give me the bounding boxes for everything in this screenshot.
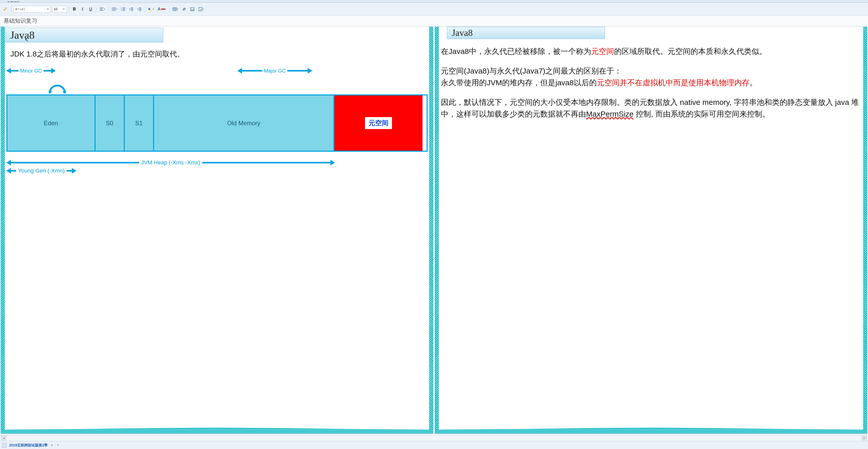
- font-color-button[interactable]: A ▾: [157, 6, 167, 12]
- chevron-down-icon: ▾: [177, 8, 178, 10]
- paragraph-2: 元空间(Java8)与永久代(Java7)之间最大的区别在于： 永久带使用的JV…: [441, 65, 861, 89]
- underline-button[interactable]: U: [87, 6, 94, 12]
- decorative-stripe: [1, 427, 433, 434]
- format-painter-button[interactable]: [2, 6, 9, 12]
- bottom-labels: JVM Heap (-Xms -Xmx) Young Gen (-Xmn): [6, 159, 428, 174]
- minor-gc-label: Minor GC: [19, 68, 43, 74]
- indent-button[interactable]: [136, 6, 143, 12]
- footer-tab-bar: 2019互联网面试题第2季 ⬈ ✕: [0, 441, 868, 449]
- decorative-stripe: [435, 27, 439, 434]
- svg-point-29: [191, 8, 192, 9]
- document-title-bar: 基础知识复习: [0, 16, 868, 26]
- svg-rect-19: [139, 9, 142, 9]
- align-button[interactable]: ▾: [98, 6, 106, 12]
- toolbar-separator: [96, 6, 96, 13]
- font-size-value: 10: [54, 7, 57, 11]
- old-memory-cell: Old Memory: [154, 95, 334, 151]
- s0-cell: S0: [95, 95, 125, 151]
- page-left: Java8 ↖ JDK 1.8之后将最初的永久代取消了，由元空间取代。 Mino…: [1, 27, 433, 434]
- svg-rect-13: [123, 9, 125, 9]
- svg-rect-16: [131, 9, 133, 9]
- window-title-bar: » 主题编辑: [0, 0, 868, 3]
- svg-rect-23: [173, 8, 177, 11]
- scroll-right-button[interactable]: ▸: [862, 436, 866, 440]
- svg-rect-8: [113, 10, 116, 11]
- jvm-heap-label: JVM Heap (-Xms -Xmx): [139, 159, 202, 166]
- decorative-stripe: [1, 27, 5, 434]
- intro-text: JDK 1.8之后将最初的永久代取消了，由元空间取代。: [5, 47, 429, 64]
- font-family-select[interactable]: Arial ▼: [13, 6, 51, 12]
- heading-text: Java8: [452, 28, 473, 38]
- svg-rect-7: [113, 9, 116, 9]
- curve-arrows-icon: [44, 79, 75, 94]
- svg-point-4: [112, 9, 113, 9]
- svg-rect-21: [149, 10, 152, 11]
- svg-rect-17: [131, 10, 133, 11]
- svg-rect-22: [161, 9, 165, 10]
- toolbar-separator: [11, 6, 11, 13]
- heading-text: Java8: [10, 29, 35, 41]
- svg-point-3: [112, 7, 113, 8]
- page-right: Java8 在Java8中，永久代已经被移除，被一个称为元空间的区域所取代。元空…: [435, 27, 867, 434]
- svg-point-5: [112, 10, 113, 11]
- chevron-down-icon: ▾: [203, 8, 204, 10]
- metaspace-cell: 元空间: [334, 95, 423, 151]
- memory-diagram: Minor GC Major GC: [5, 64, 429, 174]
- minor-gc-arrow: Minor GC: [6, 68, 154, 74]
- table-button[interactable]: ▾: [172, 6, 179, 12]
- decorative-stripe: [435, 427, 867, 434]
- major-gc-arrow: Major GC: [159, 68, 391, 74]
- svg-rect-14: [123, 10, 125, 11]
- highlight-color-button[interactable]: ▾: [147, 6, 155, 12]
- young-gen-label: Young Gen (-Xmn): [16, 167, 67, 174]
- font-size-select[interactable]: 10 ▼: [52, 6, 67, 12]
- young-gen-arrow: Young Gen (-Xmn): [6, 167, 154, 174]
- window-title: 主题编辑: [7, 1, 20, 3]
- toolbar-separator: [169, 6, 169, 13]
- numbered-list-button[interactable]: 123: [120, 6, 127, 12]
- metaspace-badge: 元空间: [365, 117, 392, 129]
- jvm-heap-arrow: JVM Heap (-Xms -Xmx): [6, 159, 335, 166]
- outdent-button[interactable]: [128, 6, 135, 12]
- chevron-down-icon: ▼: [63, 8, 65, 10]
- toolbar-separator: [108, 6, 108, 13]
- italic-button[interactable]: I: [79, 6, 86, 12]
- doc-icon: [2, 443, 7, 448]
- tab-close-icon[interactable]: ✕: [56, 444, 60, 447]
- chevron-down-icon: ▾: [165, 8, 166, 10]
- content-area: Java8 ↖ JDK 1.8之后将最初的永久代取消了，由元空间取代。 Mino…: [0, 26, 868, 434]
- scroll-track[interactable]: [7, 436, 861, 440]
- heading-box: Java8: [447, 27, 605, 39]
- bullet-list-button[interactable]: ▾: [111, 6, 118, 12]
- font-family-value: Arial: [15, 7, 25, 11]
- right-body-text: 在Java8中，永久代已经被移除，被一个称为元空间的区域所取代。元空间的本质和永…: [439, 44, 863, 129]
- svg-rect-6: [113, 8, 116, 8]
- document-title: 基础知识复习: [4, 17, 37, 25]
- s1-cell: S1: [125, 95, 154, 151]
- svg-rect-12: [123, 8, 125, 8]
- major-gc-label: Major GC: [262, 68, 287, 74]
- chevron-down-icon: ▼: [48, 8, 49, 10]
- footer-tab-label[interactable]: 2019互联网面试题第2季: [9, 443, 48, 448]
- chevron-down-icon: ▾: [104, 8, 105, 10]
- insert-button[interactable]: ▾: [197, 6, 205, 12]
- eden-cell: Eden: [7, 95, 95, 151]
- svg-rect-15: [131, 8, 133, 8]
- chevron-down-icon: ▾: [116, 8, 117, 10]
- paragraph-3: 因此，默认情况下，元空间的大小仅受本地内存限制。类的元数据放入 native m…: [441, 96, 861, 120]
- link-button[interactable]: [181, 6, 187, 12]
- toolbar-separator: [69, 6, 69, 13]
- image-button[interactable]: [189, 6, 196, 12]
- scroll-left-button[interactable]: ◂: [2, 436, 6, 440]
- tab-external-icon[interactable]: ⬈: [50, 444, 54, 447]
- heading-box: Java8: [5, 28, 163, 42]
- bold-button[interactable]: B: [71, 6, 78, 12]
- svg-rect-20: [139, 10, 142, 11]
- formatting-toolbar: Arial ▼ 10 ▼ B I U ▾ ▾ 123 ▾ A ▾ ▾: [0, 3, 868, 16]
- chevron-icon: »: [2, 1, 6, 3]
- svg-text:3: 3: [121, 10, 122, 11]
- decorative-stripe: [863, 27, 867, 434]
- horizontal-scrollbar[interactable]: ◂ ▸: [0, 434, 868, 441]
- toolbar-separator: [145, 6, 145, 13]
- chevron-down-icon: ▾: [153, 8, 154, 10]
